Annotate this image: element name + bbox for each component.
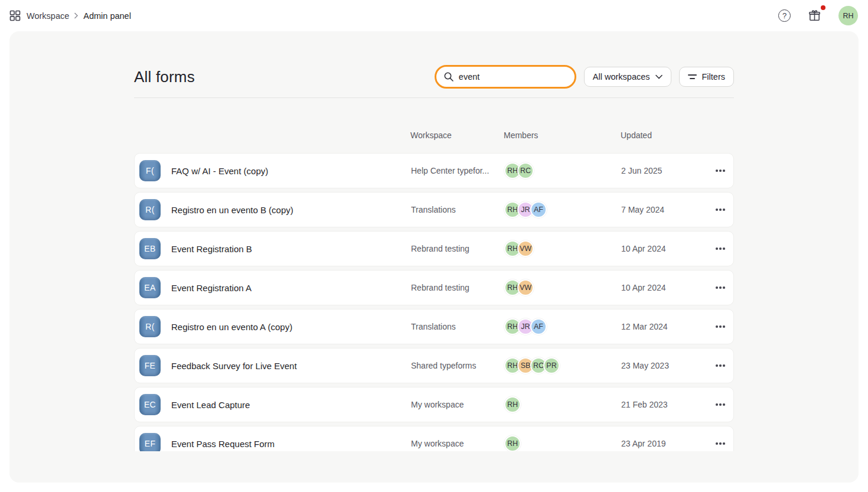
form-row[interactable]: EF Event Pass Request Form My workspace …: [134, 426, 734, 451]
form-thumbnail-icon: EB: [139, 238, 161, 259]
form-thumbnail-icon: EC: [139, 394, 161, 415]
help-icon[interactable]: ?: [778, 9, 791, 22]
header-divider: [134, 97, 734, 98]
form-row[interactable]: EC Event Lead Capture My workspace RH 21…: [134, 387, 734, 422]
row-menu-button[interactable]: [713, 321, 727, 333]
row-menu-button[interactable]: [713, 243, 727, 255]
form-updated: 10 Apr 2024: [621, 283, 713, 292]
topbar: Workspace Admin panel ? RH: [0, 0, 868, 31]
member-avatar: RC: [517, 162, 534, 179]
main-panel: All forms All workspaces Filters: [9, 31, 859, 483]
form-members: RH: [504, 435, 621, 451]
chevron-down-icon: [655, 74, 663, 79]
row-menu-button[interactable]: [713, 204, 727, 216]
form-name: Feedback Survey for Live Event: [171, 361, 297, 371]
form-row[interactable]: FE Feedback Survey for Live Event Shared…: [134, 348, 734, 383]
form-thumbnail-icon: FE: [139, 355, 161, 376]
filters-button[interactable]: Filters: [679, 67, 734, 87]
workspace-grid-icon: [9, 10, 21, 21]
page-title: All forms: [134, 68, 195, 86]
gift-icon[interactable]: [808, 9, 821, 22]
form-members: RHSBRCPR: [504, 357, 621, 374]
row-menu-button[interactable]: [713, 438, 727, 449]
form-name: Event Pass Request Form: [171, 439, 275, 449]
form-row[interactable]: EB Event Registration B Rebrand testing …: [134, 231, 734, 266]
user-avatar[interactable]: RH: [838, 6, 858, 25]
form-thumbnail-icon: EA: [139, 277, 161, 298]
form-members: RHVW: [504, 279, 621, 296]
form-members: RHJRAF: [504, 318, 621, 335]
form-updated: 21 Feb 2023: [621, 400, 713, 409]
form-workspace: Rebrand testing: [411, 283, 504, 292]
row-menu-button[interactable]: [713, 399, 727, 410]
member-avatar: VW: [517, 240, 534, 257]
form-workspace: My workspace: [411, 439, 504, 448]
workspace-filter-dropdown[interactable]: All workspaces: [584, 67, 671, 87]
page-header: All forms All workspaces Filters: [134, 65, 734, 89]
form-thumbnail-icon: F(: [139, 160, 161, 181]
form-workspace: Rebrand testing: [411, 244, 504, 253]
topbar-actions: ? RH: [778, 6, 858, 25]
form-updated: 12 Mar 2024: [621, 322, 713, 331]
search-box: [435, 65, 576, 89]
form-updated: 2 Jun 2025: [621, 166, 713, 175]
form-name: Event Registration A: [171, 283, 252, 293]
row-menu-button[interactable]: [713, 360, 727, 372]
form-thumbnail-icon: R(: [139, 199, 161, 220]
row-menu-button[interactable]: [713, 165, 727, 177]
form-thumbnail-icon: EF: [139, 433, 161, 451]
member-avatar: AF: [530, 201, 547, 218]
breadcrumb-admin-panel: Admin panel: [83, 11, 131, 21]
table-header: Workspace Members Updated: [134, 130, 734, 141]
form-workspace: Translations: [411, 322, 504, 331]
form-members: RHRC: [504, 162, 621, 179]
column-updated: Updated: [621, 131, 713, 140]
chevron-right-icon: [74, 12, 79, 19]
form-members: RHJRAF: [504, 201, 621, 218]
workspace-filter-label: All workspaces: [593, 72, 650, 82]
forms-list: F( FAQ w/ AI - Event (copy) Help Center …: [134, 153, 734, 451]
form-row[interactable]: EA Event Registration A Rebrand testing …: [134, 270, 734, 305]
member-avatar: VW: [517, 279, 534, 296]
form-workspace: Shared typeforms: [411, 361, 504, 370]
row-menu-button[interactable]: [713, 282, 727, 294]
column-workspace: Workspace: [410, 131, 504, 140]
form-members: RH: [504, 396, 621, 413]
form-updated: 7 May 2024: [621, 205, 713, 214]
form-name: FAQ w/ AI - Event (copy): [171, 166, 268, 176]
member-avatar: RH: [504, 396, 521, 413]
form-name: Registro en un evento B (copy): [171, 205, 293, 215]
form-row[interactable]: F( FAQ w/ AI - Event (copy) Help Center …: [134, 153, 734, 188]
form-updated: 23 May 2023: [621, 361, 713, 370]
member-avatar: PR: [543, 357, 560, 374]
form-workspace: My workspace: [411, 400, 504, 409]
breadcrumb: Workspace Admin panel: [9, 10, 131, 21]
form-workspace: Help Center typefor...: [411, 166, 504, 175]
form-updated: 23 Apr 2019: [621, 439, 713, 448]
header-controls: All workspaces Filters: [435, 65, 734, 89]
form-row[interactable]: R( Registro en un evento A (copy) Transl…: [134, 309, 734, 344]
form-workspace: Translations: [411, 205, 504, 214]
notification-dot: [821, 5, 825, 10]
form-name: Registro en un evento A (copy): [171, 322, 292, 332]
form-thumbnail-icon: R(: [139, 316, 161, 337]
form-name: Event Lead Capture: [171, 400, 250, 410]
form-name: Event Registration B: [171, 244, 252, 254]
breadcrumb-workspace[interactable]: Workspace: [27, 11, 69, 21]
form-row[interactable]: R( Registro en un evento B (copy) Transl…: [134, 192, 734, 227]
column-members: Members: [504, 131, 621, 140]
search-input[interactable]: [435, 65, 576, 89]
member-avatar: RH: [504, 435, 521, 451]
filters-label: Filters: [702, 72, 725, 82]
filter-icon: [688, 74, 697, 79]
form-updated: 10 Apr 2024: [621, 244, 713, 253]
member-avatar: AF: [530, 318, 547, 335]
form-members: RHVW: [504, 240, 621, 257]
